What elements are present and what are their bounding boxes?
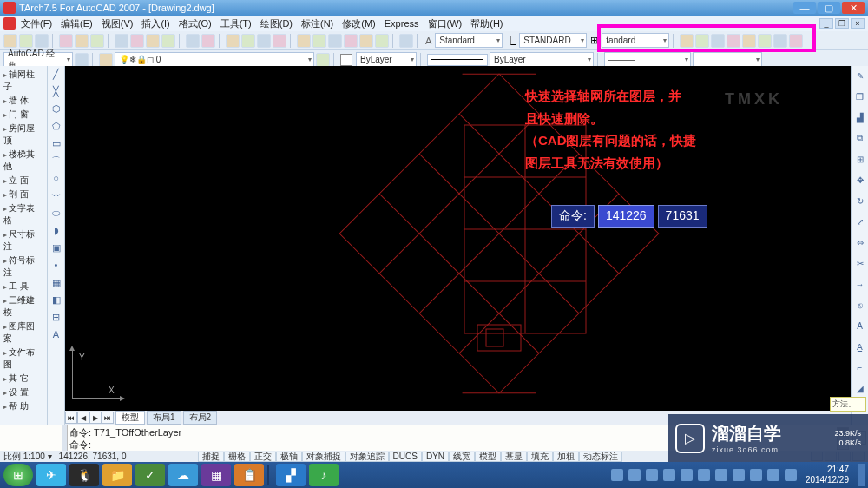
grid-toggle[interactable]: 栅格	[224, 452, 250, 462]
layer-tool4-icon[interactable]	[727, 34, 740, 48]
workspace-dropdown[interactable]: AutoCAD 经典	[3, 52, 73, 67]
show-desktop[interactable]	[858, 464, 865, 486]
help-icon[interactable]	[399, 34, 413, 48]
snap-toggle[interactable]: 捕捉	[198, 452, 224, 462]
polar-toggle[interactable]: 极轴	[276, 452, 302, 462]
layer-tool7-icon[interactable]	[773, 34, 787, 48]
task-app-7[interactable]: 📋	[234, 464, 264, 486]
side-item[interactable]: 图库图案	[2, 320, 45, 346]
polyline-icon[interactable]: ⬡	[50, 102, 62, 115]
close-button[interactable]: ✕	[842, 2, 865, 14]
layer-tool3-icon[interactable]	[711, 34, 725, 48]
block-icon[interactable]: ▣	[50, 241, 62, 254]
offset-icon[interactable]: ⧉	[854, 132, 866, 144]
zoomprev-icon[interactable]	[273, 34, 286, 48]
menu-modify[interactable]: 修改(M)	[342, 17, 376, 30]
side-item[interactable]: 文件布图	[2, 346, 45, 372]
mdi-close[interactable]: ×	[851, 18, 865, 29]
side-item[interactable]: 文字表格	[2, 201, 45, 228]
tab-last-icon[interactable]: ⏭	[102, 412, 114, 424]
model-toggle[interactable]: 模型	[475, 452, 501, 462]
calc-icon[interactable]	[375, 34, 389, 48]
menu-draw[interactable]: 绘图(D)	[260, 17, 293, 30]
text-a-icon[interactable]: A	[854, 320, 866, 332]
prop-icon[interactable]	[297, 34, 311, 48]
rotate-icon[interactable]: ↻	[854, 195, 866, 207]
color-swatch[interactable]	[340, 54, 352, 66]
model-tab[interactable]: 模型	[115, 411, 145, 425]
dyn-toggle[interactable]: DYN	[422, 452, 449, 462]
task-app-4[interactable]: ✓	[135, 464, 165, 486]
print-icon[interactable]	[59, 34, 73, 48]
dyndim-toggle[interactable]: 动态标注	[579, 452, 622, 462]
side-item[interactable]: 剖 面	[2, 188, 45, 201]
osnap-toggle[interactable]: 对象捕捉	[302, 452, 345, 462]
task-folder[interactable]: 📁	[102, 464, 132, 486]
side-item[interactable]: 符号标注	[2, 254, 45, 280]
point-icon[interactable]: •	[50, 259, 62, 271]
dyn-y-value[interactable]: 71631	[658, 205, 707, 228]
tray-icon[interactable]	[750, 469, 762, 481]
layer-tool1-icon[interactable]	[680, 34, 694, 48]
drawing-viewport[interactable]: 快速选择轴网所在图层，并 且快速删除。 （CAD图层有问题的话，快捷 图层工具无…	[65, 66, 851, 425]
maximize-button[interactable]: ▢	[818, 2, 840, 14]
lwt-toggle[interactable]: 线宽	[449, 452, 475, 462]
redo-icon[interactable]	[201, 34, 215, 48]
menu-dimension[interactable]: 标注(N)	[301, 17, 333, 30]
hide-toggle[interactable]: 基显	[501, 452, 527, 462]
pan-icon[interactable]	[226, 34, 240, 48]
tab-first-icon[interactable]: ⏮	[65, 412, 77, 424]
copy-mod-icon[interactable]: ❐	[854, 90, 866, 102]
layout-tab[interactable]: 布局2	[183, 411, 218, 425]
line-icon[interactable]: ╱	[50, 68, 62, 80]
side-item[interactable]: 立 面	[2, 174, 45, 188]
tablestyle-dropdown[interactable]: tandard	[602, 33, 669, 48]
tray-icon[interactable]	[663, 469, 675, 481]
side-item[interactable]: 楼梯其他	[2, 148, 45, 174]
layer-tool8-icon[interactable]	[789, 34, 803, 48]
hatch-icon[interactable]: ▦	[50, 276, 62, 288]
plot-icon[interactable]	[90, 34, 104, 48]
sheet-icon[interactable]	[344, 34, 358, 48]
stretch-icon[interactable]: ⇔	[854, 236, 866, 248]
preview-icon[interactable]	[75, 34, 89, 48]
textstyle-dropdown[interactable]: Standard	[435, 33, 503, 48]
fill-toggle[interactable]: 填充	[527, 452, 553, 462]
side-item[interactable]: 墙 体	[2, 94, 45, 108]
side-item[interactable]: 轴网柱子	[2, 68, 45, 94]
otrack-toggle[interactable]: 对象追踪	[345, 452, 389, 462]
menu-tools[interactable]: 工具(T)	[220, 17, 252, 30]
tray-icon[interactable]	[681, 469, 693, 481]
open-icon[interactable]	[19, 34, 33, 48]
polygon-icon[interactable]: ⬠	[50, 120, 62, 132]
spline-icon[interactable]: 〰	[50, 189, 62, 201]
tray-icon[interactable]	[698, 469, 710, 481]
linetype-dropdown[interactable]: ByLayer	[490, 52, 594, 67]
menu-express[interactable]: Express	[385, 18, 419, 29]
undo-icon[interactable]	[186, 34, 200, 48]
break-icon[interactable]: ⎋	[854, 299, 866, 311]
mtext-icon[interactable]: A	[50, 328, 62, 340]
scale-icon[interactable]: ⤢	[854, 215, 866, 228]
tool-icon[interactable]	[328, 34, 342, 48]
system-clock[interactable]: 21:47 2014/12/29	[806, 465, 849, 485]
scale-control[interactable]: 比例 1:100 ▾	[3, 451, 52, 463]
tray-icon[interactable]	[715, 469, 727, 481]
tray-icon[interactable]	[611, 469, 623, 481]
rectangle-icon[interactable]: ▭	[50, 137, 62, 149]
mdi-minimize[interactable]: _	[819, 18, 833, 29]
task-autocad[interactable]: ▞	[276, 464, 306, 486]
table-icon[interactable]: ⊞	[50, 311, 62, 323]
side-item[interactable]: 帮 助	[2, 399, 45, 413]
move-icon[interactable]: ✥	[854, 174, 866, 186]
new-icon[interactable]	[3, 34, 17, 48]
side-item[interactable]: 门 窗	[2, 108, 45, 122]
dimstyle-dropdown[interactable]: STANDARD	[519, 33, 587, 48]
minimize-button[interactable]: —	[793, 2, 816, 14]
ellipsearc-icon[interactable]: ◗	[50, 224, 62, 236]
menu-format[interactable]: 格式(O)	[179, 17, 212, 30]
side-item[interactable]: 设 置	[2, 386, 45, 399]
layer-tool2-icon[interactable]	[695, 34, 709, 48]
lineweight-dropdown[interactable]: ———	[604, 52, 691, 67]
arc-icon[interactable]: ⌒	[50, 155, 62, 167]
